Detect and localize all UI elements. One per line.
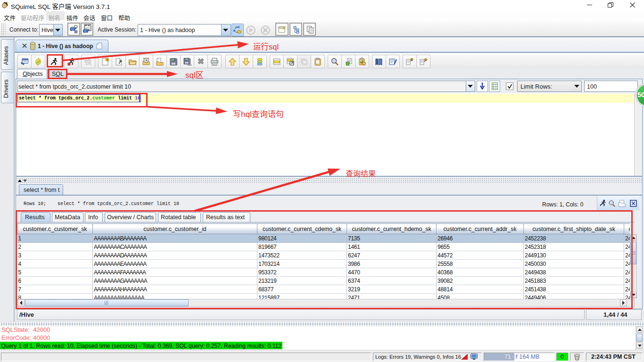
svg-text:0: 0 — [425, 58, 427, 61]
svg-text:0: 0 — [411, 58, 413, 61]
